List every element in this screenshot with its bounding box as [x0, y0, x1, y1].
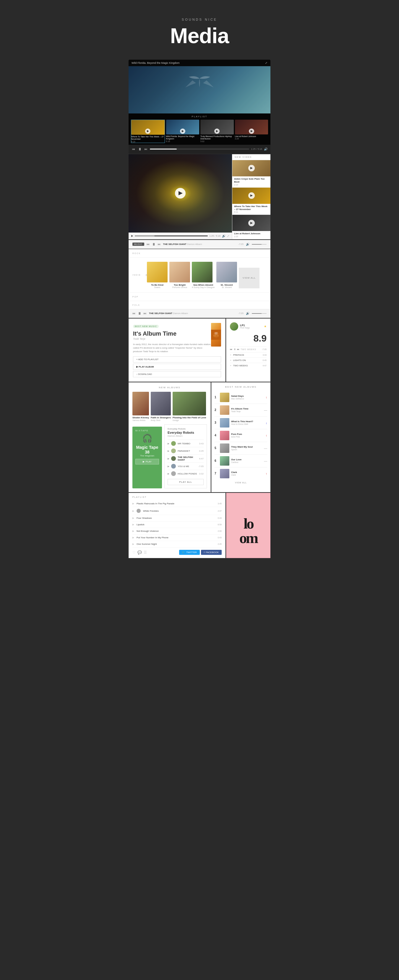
mb1-volume-bar[interactable]: [252, 244, 267, 245]
thumb-play-btn-1[interactable]: [145, 129, 150, 134]
facebook-icon: f: [204, 551, 204, 554]
download-button[interactable]: ↓ DOWNLOAD: [133, 371, 221, 377]
mb2-volume-icon[interactable]: 🔊: [246, 312, 249, 315]
progress-bar[interactable]: [150, 149, 249, 150]
v2-volume-icon[interactable]: 🔊: [222, 234, 225, 237]
bna-thumb-2[interactable]: [220, 406, 229, 415]
tw-forward[interactable]: ⏭: [237, 348, 239, 351]
bna-thumb-7[interactable]: [220, 469, 229, 478]
pl-play-2[interactable]: ▶: [132, 510, 134, 512]
nv-item-3[interactable]: Live at Robert Johnson 2:25: [232, 215, 270, 239]
bna-thumb-5[interactable]: [220, 444, 229, 453]
two-weeks-bar: ⏮ ⏸ ⏭ TWO WEEKS -7:05 + PREFACE 3:43 + L…: [230, 346, 267, 368]
thumb-play-btn-4[interactable]: [249, 129, 254, 134]
play-album-button[interactable]: ▶ PLAY ALBUM: [133, 364, 221, 370]
view-all-link[interactable]: VIEW ALL: [215, 480, 267, 484]
video-play-center[interactable]: [175, 188, 186, 199]
mixtape-title: Magic Tape 38: [136, 445, 159, 454]
v2-play-button[interactable]: ▶: [131, 234, 133, 237]
nv-play-2[interactable]: [248, 192, 255, 199]
na-thumb-2[interactable]: [151, 392, 171, 415]
album-cover-1[interactable]: [147, 262, 168, 282]
er-play-2[interactable]: ▶: [168, 450, 169, 452]
pl-play-1[interactable]: ▶: [132, 502, 134, 505]
er-play-1[interactable]: ▶: [168, 442, 169, 445]
bna-album-artist-5: Spoon: [231, 449, 262, 450]
mb1-pause[interactable]: ⏸: [152, 242, 155, 247]
er-play-4[interactable]: ▶: [168, 465, 169, 468]
genre-rock: ROCK: [129, 249, 270, 258]
album-cover-3[interactable]: [192, 262, 212, 282]
forward-button[interactable]: ⏭: [144, 147, 148, 151]
mb1-forward[interactable]: ⏭: [158, 243, 161, 246]
tw-plus-2[interactable]: +: [230, 359, 231, 362]
na-thumb-1[interactable]: [132, 392, 149, 415]
volume-icon[interactable]: 🔊: [264, 148, 268, 151]
tw-plus-1[interactable]: +: [230, 354, 231, 356]
er-play-3[interactable]: ▶: [168, 457, 169, 460]
best-new-badge: BEST NEW MUSIC: [133, 325, 159, 328]
nv-item-2[interactable]: Where To Take Her This Week – 27 Novembe…: [232, 188, 270, 215]
pause-button[interactable]: ⏸: [137, 146, 142, 152]
genre-indie-albums: To Be Kind Swans Too Bright Perfume Geni…: [147, 260, 267, 290]
mixtape-play-button[interactable]: ▶ PLAY: [136, 459, 159, 465]
video-title: Wild Florida. Beyond the Magic Kingdom: [131, 62, 180, 64]
thumb-play-btn-2[interactable]: [180, 129, 185, 134]
tw-plus-3[interactable]: +: [230, 364, 231, 367]
bna-thumb-3[interactable]: [220, 418, 229, 428]
na-title-2: Faith in Strangers: [151, 416, 171, 419]
video-main-area[interactable]: [129, 66, 270, 113]
er-track-name-4: YOU & ME: [178, 465, 198, 468]
playlist-thumb-2[interactable]: Wild Florida. Beyond the Magic Kingdom 5…: [166, 120, 200, 143]
heart-icon[interactable]: ♡: [132, 550, 136, 555]
mb2-forward[interactable]: ⏭: [144, 312, 147, 315]
pl-play-4[interactable]: ▶: [132, 523, 134, 526]
nv-play-3[interactable]: [248, 220, 255, 226]
menu-icon[interactable]: ☰: [144, 550, 147, 555]
pl-play-6[interactable]: ▶: [132, 536, 134, 539]
bna-thumb-1[interactable]: [220, 393, 229, 402]
bna-thumb-6[interactable]: [220, 456, 229, 466]
expand-icon[interactable]: ⤢: [265, 62, 268, 64]
mb2-volume-bar[interactable]: [252, 313, 267, 314]
thumb-play-btn-3[interactable]: [214, 129, 220, 134]
nv-item-1[interactable]: Aiden Crepe Sole Plain Toe Boot 2:15: [232, 160, 270, 188]
pl-track-time-4: 6:59: [217, 523, 222, 526]
genre-album-card: ROCK INDIE 3 To Be Kind Swans Too Bright: [129, 249, 270, 309]
playlist-thumb-3[interactable]: Truly Blessed Productions HipHop Distrib…: [200, 120, 234, 143]
pl-play-3[interactable]: ▶: [132, 517, 134, 519]
bna-info-4: Pom Pom Ariel Pink: [231, 433, 264, 438]
mb1-rewind[interactable]: ⏮: [147, 243, 150, 246]
nv-play-1[interactable]: [248, 165, 255, 171]
pl-play-7[interactable]: ▶: [132, 543, 134, 546]
mb2-rewind[interactable]: ⏮: [132, 312, 136, 315]
er-thumb-2: [171, 449, 176, 453]
tw-rewind[interactable]: ⏮: [230, 348, 232, 351]
pl-play-5[interactable]: ▶: [132, 530, 134, 532]
reviewer-avatar: [230, 322, 238, 331]
er-play-5[interactable]: ▶: [168, 473, 169, 475]
genre-label-folk: FOLK: [132, 304, 144, 306]
bna-thumb-4[interactable]: [220, 431, 229, 440]
add-to-playlist-button[interactable]: + ADD TO PLAYLIST: [133, 356, 221, 363]
play-label: PLAY: [146, 460, 152, 463]
twitter-button[interactable]: 🐦 TWITTER: [179, 550, 200, 555]
album-cover-2[interactable]: [169, 262, 190, 282]
album-artist-1: Swans: [147, 286, 168, 288]
rewind-button[interactable]: ⏮: [131, 147, 136, 151]
playlist-thumb-4[interactable]: Live at Robert Johnson 2:25: [235, 120, 268, 143]
na-thumb-3[interactable]: [172, 392, 206, 415]
mb2-pause[interactable]: ⏸: [138, 312, 141, 315]
tw-pause[interactable]: ⏸: [233, 348, 236, 351]
album-cover-4[interactable]: [216, 262, 237, 282]
comment-icon[interactable]: 💬: [137, 550, 142, 555]
mb1-volume-icon[interactable]: 🔊: [246, 243, 249, 246]
facebook-button[interactable]: f FACEBOOK: [201, 550, 222, 555]
view-all-button[interactable]: VIEW ALL: [239, 268, 260, 288]
v2-expand-icon[interactable]: ⤢: [227, 234, 229, 237]
play-all-button[interactable]: PLAY ALL: [168, 479, 204, 485]
tw-track-time-3: 4:47: [262, 364, 267, 367]
v2-progress-bar[interactable]: [135, 235, 208, 236]
video-main-2[interactable]: [129, 154, 232, 232]
playlist-thumb-1[interactable]: Where To Take Her This Week – 27 Novembe…: [131, 120, 165, 143]
